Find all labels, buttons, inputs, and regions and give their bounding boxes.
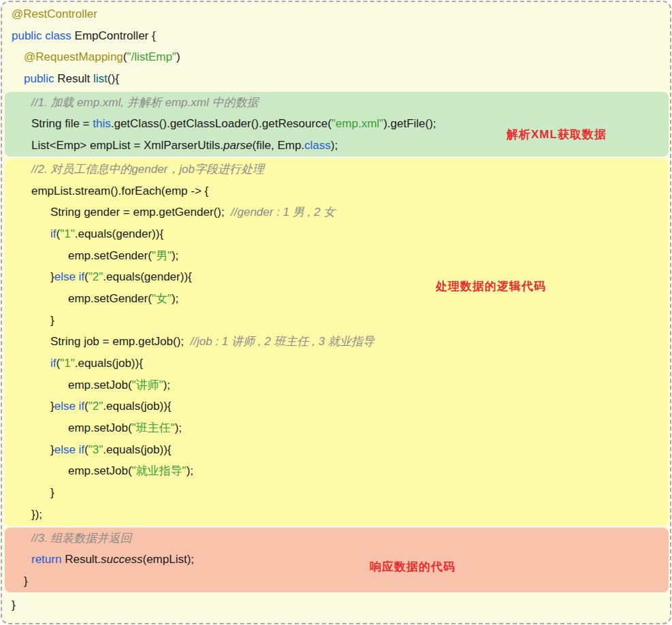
code-line: if("1".equals(job)){ — [2, 353, 666, 374]
code-token-plain: .equals(gender)){ — [103, 270, 191, 283]
code-token-keyword: else if — [54, 270, 84, 283]
code-line: }else if("2".equals(gender)){ — [2, 266, 666, 288]
code-token-plain: emp.setJob( — [68, 379, 132, 391]
code-token-string: "班主任" — [132, 421, 175, 434]
code-line: @RestController — [2, 3, 670, 25]
code-token-keyword: public — [24, 72, 54, 85]
code-token-plain: ); — [187, 464, 193, 477]
code-token-plain: ); — [175, 421, 182, 434]
code-token-plain: EmpController { — [71, 29, 156, 42]
code-line: }else if("3".equals(job)){ — [2, 439, 666, 461]
code-token-plain: .equals(job)){ — [103, 400, 171, 413]
highlight-region-assemble-and-return: //3. 组装数据并返回return Result.success(empLis… — [5, 528, 669, 592]
code-token-annotation: @RequestMapping — [24, 50, 123, 63]
code-token-plain: String job = emp.getJob(); — [50, 335, 191, 348]
code-token-string: "男" — [152, 249, 172, 262]
code-token-plain: ); — [331, 139, 338, 152]
code-token-plain: String gender = emp.getGender(); — [50, 206, 231, 219]
code-token-plain: List<Emp> empList = XmlParserUtils. — [31, 139, 223, 152]
code-token-plain: emp.setJob( — [68, 464, 132, 477]
code-token-keyword: public class — [12, 29, 71, 42]
code-token-plain: Result — [54, 72, 93, 85]
code-line: } — [2, 310, 666, 332]
code-token-plain: (file, Emp. — [253, 139, 305, 152]
code-token-string: "讲师" — [132, 379, 163, 391]
code-token-string: "2" — [89, 400, 103, 413]
code-line: //2. 对员工信息中的gender，job字段进行处理 — [2, 159, 666, 180]
code-line: empList.stream().forEach(emp -> { — [2, 180, 666, 202]
code-line: emp.setJob("班主任"); — [2, 417, 666, 439]
code-token-annotation: @RestController — [12, 7, 97, 20]
code-line: public class EmpController { — [2, 25, 670, 47]
code-token-plain: ); — [172, 249, 178, 262]
code-token-string: "1" — [60, 227, 75, 240]
code-token-comment: //3. 组装数据并返回 — [31, 532, 131, 545]
highlight-region-load-and-parse-xml: //1. 加载 emp.xml, 并解析 emp.xml 中的数据String … — [5, 92, 669, 157]
code-line: }else if("2".equals(job)){ — [2, 396, 666, 417]
code-token-keyword: if — [50, 357, 57, 370]
code-token-plain: String file = — [31, 117, 93, 130]
callout-process-logic: 处理数据的逻辑代码 — [436, 280, 546, 293]
code-line: String gender = emp.getGender(); //gende… — [2, 202, 666, 223]
code-token-plain: } — [50, 486, 54, 499]
code-line: emp.setJob("就业指导"); — [2, 460, 666, 482]
code-snippet-card: @RestControllerpublic class EmpControlle… — [1, 1, 671, 624]
callout-parse-xml: 解析XML获取数据 — [507, 128, 607, 142]
code-line: if("1".equals(gender)){ — [2, 223, 666, 245]
code-token-method: success — [101, 553, 142, 566]
code-token-plain: emp.setGender( — [68, 249, 152, 262]
code-token-keyword: this — [93, 117, 110, 130]
code-token-comment: //2. 对员工信息中的gender，job字段进行处理 — [31, 163, 264, 176]
code-line: } — [2, 482, 666, 504]
code-token-plain: .equals(job)){ — [75, 357, 143, 370]
code-token-plain: ) — [176, 50, 180, 63]
code-token-plain: emp.setGender( — [68, 292, 152, 305]
code-line: String job = emp.getJob(); //job : 1 讲师 … — [2, 331, 666, 353]
code-line: public Result list(){ — [2, 68, 670, 90]
code-token-plain: ).getFile(); — [383, 117, 436, 130]
code-token-plain: Result. — [61, 553, 101, 566]
code-token-plain: } — [50, 314, 54, 327]
code-line: } — [2, 594, 670, 616]
highlight-region-process-data-logic: //2. 对员工信息中的gender，job字段进行处理empList.stre… — [5, 159, 669, 526]
code-token-string: "1" — [60, 357, 75, 370]
code-token-plain: (empList); — [142, 553, 194, 566]
code-token-keyword: else if — [54, 443, 84, 456]
code-token-plain: .equals(job)){ — [103, 443, 171, 456]
code-line: }); — [2, 504, 666, 526]
code-token-string: "/listEmp" — [127, 50, 176, 63]
code-token-string: "emp.xml" — [332, 117, 383, 130]
code-line: //3. 组装数据并返回 — [2, 528, 666, 549]
code-line: emp.setJob("讲师"); — [2, 374, 666, 396]
code-token-plain: ); — [163, 379, 170, 391]
code-token-keyword: if — [50, 227, 57, 240]
code-token-method: parse — [223, 139, 253, 152]
code-token-comment: //gender : 1 男 , 2 女 — [231, 206, 335, 219]
code-token-keyword: class — [304, 139, 331, 152]
code-line: //1. 加载 emp.xml, 并解析 emp.xml 中的数据 — [2, 92, 666, 114]
code-token-plain: } — [24, 575, 28, 588]
code-token-keyword: else if — [54, 400, 84, 413]
code-token-plain: (){ — [108, 72, 119, 85]
code-token-plain: .equals(gender)){ — [75, 227, 163, 240]
code-line: return Result.success(empList); — [2, 549, 666, 571]
code-token-plain: } — [12, 598, 16, 611]
code-token-string: "女" — [152, 292, 172, 305]
code-token-plain: .getClass().getClassLoader().getResource… — [111, 117, 332, 130]
code-token-plain: emp.setJob( — [68, 421, 132, 434]
code-token-comment: //1. 加载 emp.xml, 并解析 emp.xml 中的数据 — [31, 96, 258, 109]
code-line: @RequestMapping("/listEmp") — [2, 46, 670, 68]
code-token-comment: //job : 1 讲师 , 2 班主任 , 3 就业指导 — [191, 335, 374, 348]
code-token-string: "2" — [89, 270, 103, 283]
code-area: @RestControllerpublic class EmpControlle… — [2, 3, 670, 615]
code-token-plain: empList.stream().forEach(emp -> { — [31, 185, 208, 197]
code-token-method_decl: list — [93, 72, 108, 85]
code-line: emp.setGender("女"); — [2, 288, 666, 310]
code-line: } — [2, 571, 666, 592]
code-token-string: "就业指导" — [132, 464, 187, 477]
code-line: emp.setGender("男"); — [2, 245, 666, 267]
code-token-plain: }); — [31, 508, 42, 521]
code-token-keyword: return — [31, 553, 61, 566]
code-token-string: "3" — [89, 443, 103, 456]
code-token-plain: ); — [172, 292, 178, 305]
